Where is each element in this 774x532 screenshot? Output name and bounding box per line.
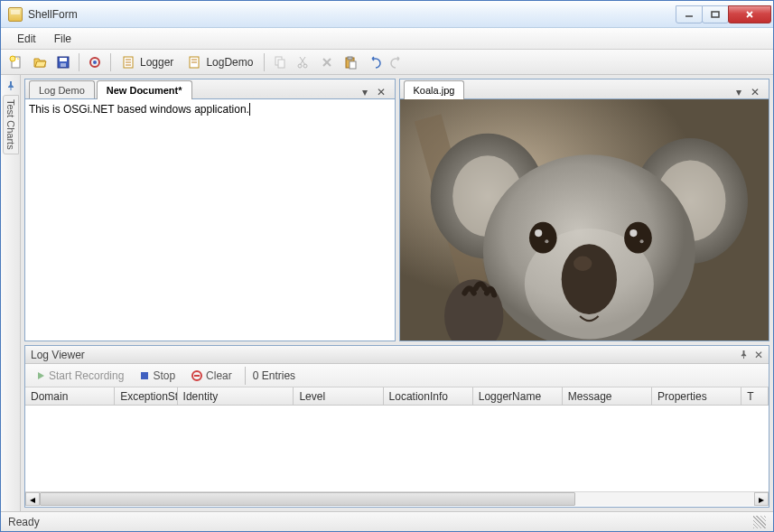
- copy-button[interactable]: [270, 52, 290, 72]
- log-toolbar: Start Recording Stop Clear 0 Entries: [25, 364, 769, 387]
- body-area: Test Charts Log Demo New Document* ▾ ✕ T…: [1, 75, 773, 511]
- svg-marker-48: [38, 372, 44, 379]
- svg-rect-1: [712, 12, 719, 17]
- log-viewer-title-bar: Log Viewer ✕: [25, 346, 769, 364]
- col-exception[interactable]: ExceptionString: [115, 387, 177, 405]
- grid-header: Domain ExceptionString Identity Level Lo…: [25, 387, 769, 406]
- svg-point-39: [535, 229, 542, 237]
- close-button[interactable]: [728, 5, 771, 23]
- left-sidebar: Test Charts: [1, 75, 21, 511]
- clear-button[interactable]: Clear: [186, 368, 238, 384]
- window-title: ShellForm: [28, 8, 676, 21]
- right-document-pane: Koala.jpg ▾ ✕: [399, 79, 770, 341]
- menu-file[interactable]: File: [45, 30, 80, 48]
- log-viewer-panel: Log Viewer ✕ Start Recording Stop Clear …: [24, 345, 769, 508]
- col-level[interactable]: Level: [294, 387, 383, 405]
- resize-grip-icon[interactable]: [753, 516, 766, 528]
- status-text: Ready: [8, 516, 40, 528]
- tab-close-icon[interactable]: ✕: [375, 86, 387, 98]
- col-domain[interactable]: Domain: [25, 387, 115, 405]
- save-button[interactable]: [53, 52, 73, 72]
- log-close-icon[interactable]: ✕: [754, 349, 763, 361]
- text-cursor: [249, 103, 250, 116]
- scroll-right-icon[interactable]: ▸: [754, 492, 769, 506]
- svg-rect-20: [278, 60, 284, 68]
- col-t[interactable]: T: [741, 387, 769, 405]
- pin-icon[interactable]: [739, 350, 749, 359]
- stop-label: Stop: [153, 369, 175, 382]
- tab-log-demo[interactable]: Log Demo: [29, 80, 95, 98]
- plugin-button[interactable]: [85, 52, 105, 72]
- tab-dropdown-icon[interactable]: ▾: [359, 86, 371, 98]
- svg-point-38: [528, 222, 556, 254]
- col-properties[interactable]: Properties: [652, 387, 741, 405]
- left-tab-strip: Log Demo New Document* ▾ ✕: [25, 79, 395, 99]
- col-identity[interactable]: Identity: [178, 387, 294, 405]
- undo-button[interactable]: [364, 52, 384, 72]
- svg-rect-29: [350, 61, 356, 69]
- minimize-button[interactable]: [676, 5, 703, 23]
- svg-point-42: [629, 229, 637, 237]
- new-file-button[interactable]: [6, 52, 26, 72]
- grid-body: [25, 406, 769, 491]
- title-bar: ShellForm: [1, 1, 773, 28]
- text-editor[interactable]: This is OSGi.NET based windows applicati…: [25, 99, 395, 341]
- separator: [110, 53, 111, 71]
- koala-image: [400, 99, 769, 341]
- logger-label: Logger: [140, 56, 173, 69]
- tab-dropdown-icon[interactable]: ▾: [732, 86, 745, 98]
- stop-button[interactable]: Stop: [135, 368, 181, 384]
- svg-rect-28: [348, 57, 352, 60]
- svg-point-40: [545, 239, 548, 243]
- svg-point-6: [10, 56, 15, 61]
- start-recording-label: Start Recording: [49, 369, 124, 382]
- scroll-left-icon[interactable]: ◂: [25, 492, 40, 506]
- tab-new-document[interactable]: New Document*: [97, 80, 192, 99]
- editor-text: This is OSGi.NET based windows applicati…: [29, 103, 249, 116]
- svg-point-41: [624, 222, 652, 254]
- document-row: Log Demo New Document* ▾ ✕ This is OSGi.…: [21, 75, 773, 345]
- entries-count: 0 Entries: [253, 369, 295, 382]
- svg-point-43: [639, 239, 643, 243]
- paste-button[interactable]: [340, 52, 360, 72]
- svg-rect-8: [60, 58, 67, 61]
- delete-button[interactable]: [317, 52, 337, 72]
- start-recording-button[interactable]: Start Recording: [31, 368, 129, 384]
- cut-button[interactable]: [294, 52, 313, 72]
- horizontal-scrollbar[interactable]: ◂ ▸: [25, 491, 769, 506]
- svg-point-11: [93, 61, 97, 64]
- tab-close-icon[interactable]: ✕: [749, 86, 761, 98]
- main-panes: Log Demo New Document* ▾ ✕ This is OSGi.…: [21, 75, 773, 511]
- scroll-thumb[interactable]: [40, 492, 575, 506]
- separator: [264, 53, 265, 71]
- menu-bar: Edit File: [1, 28, 773, 50]
- svg-rect-9: [61, 63, 66, 67]
- maximize-button[interactable]: [702, 5, 729, 23]
- logger-button[interactable]: Logger: [117, 52, 179, 72]
- image-viewer[interactable]: [400, 99, 769, 341]
- toolbar: Logger LogDemo: [1, 50, 773, 75]
- svg-point-45: [573, 257, 591, 271]
- redo-button[interactable]: [387, 52, 407, 72]
- logdemo-button[interactable]: LogDemo: [182, 52, 258, 72]
- clear-label: Clear: [206, 369, 232, 382]
- menu-edit[interactable]: Edit: [8, 30, 45, 48]
- logdemo-label: LogDemo: [206, 56, 253, 69]
- pin-icon[interactable]: [5, 80, 16, 91]
- right-tab-strip: Koala.jpg ▾ ✕: [400, 79, 769, 99]
- separator: [245, 367, 246, 385]
- left-document-pane: Log Demo New Document* ▾ ✕ This is OSGi.…: [24, 79, 396, 341]
- svg-rect-49: [141, 372, 148, 379]
- col-location[interactable]: LocationInfo: [384, 387, 473, 405]
- col-logger[interactable]: LoggerName: [473, 387, 563, 405]
- svg-point-44: [561, 244, 616, 314]
- col-message[interactable]: Message: [563, 387, 652, 405]
- log-viewer-title: Log Viewer: [31, 349, 85, 361]
- log-grid[interactable]: Domain ExceptionString Identity Level Lo…: [25, 387, 769, 507]
- separator: [79, 53, 79, 71]
- test-charts-tab[interactable]: Test Charts: [3, 95, 19, 154]
- open-file-button[interactable]: [30, 52, 50, 72]
- status-bar: Ready: [1, 511, 773, 531]
- window-buttons: [676, 5, 771, 23]
- tab-koala[interactable]: Koala.jpg: [404, 80, 465, 99]
